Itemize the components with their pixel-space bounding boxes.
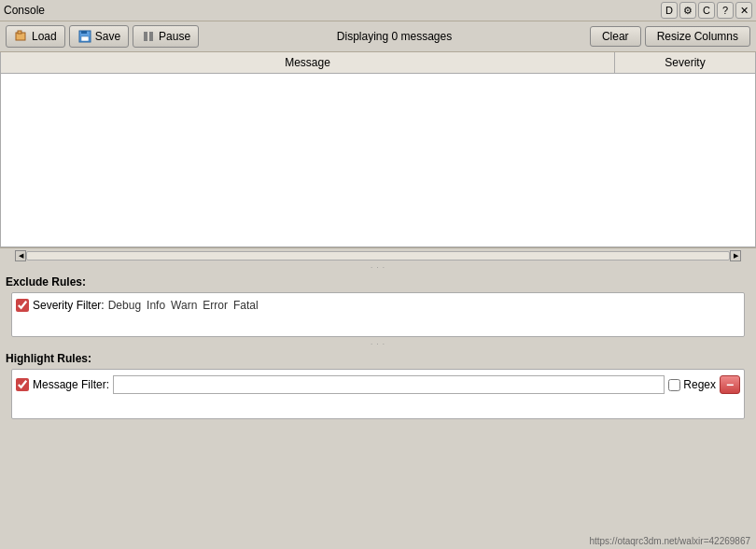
divider-middle: · · · <box>0 339 756 348</box>
divider-dots: · · · <box>371 263 385 272</box>
horizontal-scrollbar[interactable]: ◀ ▶ <box>0 247 756 262</box>
exclude-rules-section: Severity Filter: Debug Info Warn Error F… <box>6 292 750 337</box>
save-icon <box>77 29 92 44</box>
highlight-rules-section: Message Filter: Regex − 🖨 + <box>6 369 750 419</box>
severity-tags: Debug Info Warn Error Fatal <box>108 299 740 312</box>
bottom-url: https://otaqrc3dm.net/walxir=42269867 <box>589 534 750 547</box>
pause-icon <box>141 29 156 44</box>
load-button[interactable]: Load <box>6 25 65 48</box>
severity-debug: Debug <box>108 299 141 312</box>
message-table: Message Severity <box>0 52 756 247</box>
help-icon[interactable]: ? <box>717 2 734 19</box>
app-title: Console <box>4 4 45 17</box>
regex-label: Regex <box>668 378 716 391</box>
message-filter-label: Message Filter: <box>33 378 109 391</box>
message-filter-row: Message Filter: Regex − <box>16 373 740 396</box>
divider-dots-2: · · · <box>371 340 385 348</box>
title-bar-icons: D ⚙ C ? ✕ <box>661 2 752 19</box>
severity-filter-row: Severity Filter: Debug Info Warn Error F… <box>16 297 740 314</box>
scroll-right-arrow[interactable]: ▶ <box>730 250 741 261</box>
title-bar: Console D ⚙ C ? ✕ <box>0 0 756 21</box>
load-label: Load <box>32 30 57 43</box>
svg-rect-4 <box>81 31 87 34</box>
scroll-track[interactable] <box>26 251 730 260</box>
table-header: Message Severity <box>1 52 755 74</box>
severity-filter-checkbox[interactable] <box>16 299 29 312</box>
filter-extra-space <box>16 314 740 332</box>
url-text: https://otaqrc3dm.net/walxir=42269867 <box>589 536 750 546</box>
regex-checkbox[interactable] <box>668 379 680 391</box>
severity-fatal: Fatal <box>233 299 259 312</box>
message-filter-input[interactable] <box>113 375 665 394</box>
svg-rect-3 <box>81 36 89 41</box>
save-label: Save <box>95 30 120 43</box>
message-column-header: Message <box>1 52 615 73</box>
highlight-remove-button[interactable]: − <box>720 375 740 394</box>
severity-warn: Warn <box>171 299 197 312</box>
svg-rect-5 <box>144 32 147 41</box>
table-body[interactable] <box>1 74 755 246</box>
svg-rect-1 <box>18 31 21 34</box>
highlight-rules-label: Highlight Rules: <box>0 348 756 367</box>
exclude-rules-label: Exclude Rules: <box>0 272 756 290</box>
gear-icon[interactable]: ⚙ <box>679 2 696 19</box>
d-icon[interactable]: D <box>661 2 678 19</box>
severity-filter-box: Severity Filter: Debug Info Warn Error F… <box>11 292 745 337</box>
load-icon <box>14 29 29 44</box>
close-icon[interactable]: ✕ <box>735 2 752 19</box>
message-filter-box: Message Filter: Regex − <box>11 369 745 419</box>
svg-rect-6 <box>149 32 153 41</box>
toolbar: Load Save Pause Displaying 0 messages Cl… <box>0 21 756 52</box>
severity-filter-label: Severity Filter: <box>33 299 105 312</box>
c-icon[interactable]: C <box>698 2 715 19</box>
scroll-left-arrow[interactable]: ◀ <box>15 250 26 261</box>
regex-text: Regex <box>683 378 716 391</box>
status-text: Displaying 0 messages <box>203 30 586 43</box>
save-button[interactable]: Save <box>69 25 129 48</box>
clear-button[interactable]: Clear <box>590 26 641 47</box>
pause-label: Pause <box>159 30 190 43</box>
pause-button[interactable]: Pause <box>133 25 199 48</box>
message-filter-checkbox[interactable] <box>16 378 29 391</box>
divider-top: · · · <box>0 262 756 272</box>
resize-columns-button[interactable]: Resize Columns <box>645 26 750 47</box>
severity-column-header: Severity <box>615 52 755 73</box>
severity-error: Error <box>203 299 228 312</box>
severity-info: Info <box>147 299 165 312</box>
highlight-extra-space <box>16 396 740 415</box>
